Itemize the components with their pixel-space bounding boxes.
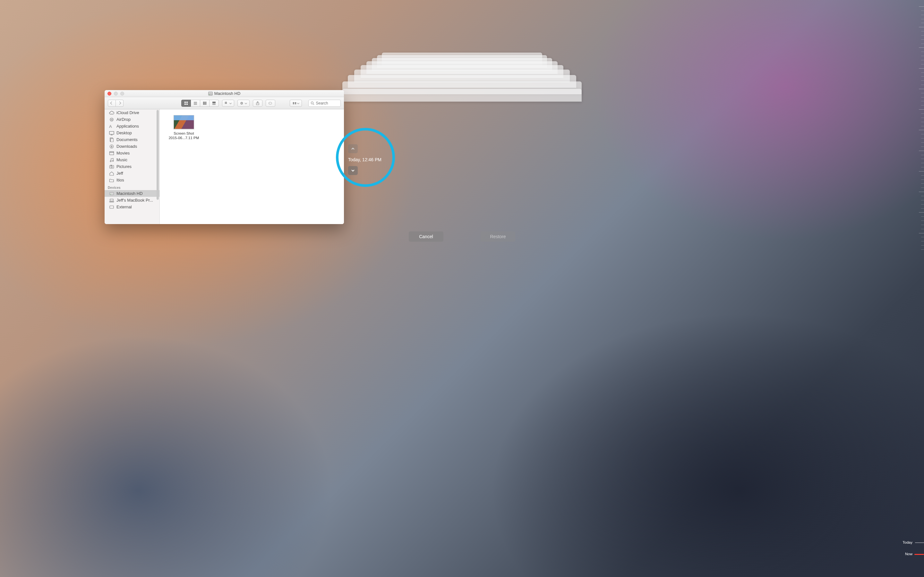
svg-text:A: A	[109, 124, 112, 129]
sidebar-item-airdrop[interactable]: AirDrop	[105, 116, 160, 123]
sidebar-item-movies[interactable]: Movies	[105, 150, 160, 156]
sidebar-item-label: iCloud Drive	[116, 110, 139, 115]
close-button[interactable]	[107, 92, 111, 95]
laptop-icon	[109, 198, 114, 203]
svg-rect-43	[110, 192, 113, 195]
zoom-button[interactable]	[120, 92, 124, 95]
apps-icon: A	[109, 124, 114, 129]
svg-rect-30	[111, 139, 113, 142]
share-button[interactable]	[253, 100, 262, 107]
svg-point-24	[110, 118, 113, 121]
sidebar-item-music[interactable]: Music	[105, 156, 160, 163]
action-button[interactable]	[237, 100, 250, 107]
svg-rect-0	[184, 102, 186, 103]
search-field[interactable]	[309, 100, 341, 107]
timeline-now-label: Now	[905, 552, 913, 556]
svg-rect-1	[186, 102, 188, 103]
svg-rect-8	[204, 102, 205, 105]
list-view-button[interactable]	[191, 100, 200, 107]
svg-point-41	[111, 166, 113, 168]
svg-rect-5	[194, 103, 197, 103]
desktop-icon	[109, 131, 114, 135]
sidebar-item-label: Documents	[116, 137, 137, 142]
nav-buttons	[108, 100, 124, 107]
dropbox-button[interactable]	[290, 100, 302, 107]
svg-rect-13	[225, 102, 226, 103]
window-title-text: Macintosh HD	[214, 91, 241, 96]
sidebar-item-macbook[interactable]: Jeff's MacBook Pr...	[105, 197, 160, 203]
sidebar-section-devices: Devices	[105, 183, 160, 190]
music-icon	[109, 158, 114, 162]
search-input[interactable]	[316, 101, 338, 105]
file-thumbnail	[174, 115, 194, 129]
sidebar-item-label: Jeff	[116, 171, 123, 176]
cancel-button[interactable]: Cancel	[409, 231, 443, 242]
coverflow-view-button[interactable]	[210, 100, 219, 107]
timeline-ruler[interactable]: Today Now	[913, 6, 924, 572]
svg-point-22	[311, 102, 313, 104]
sidebar-item-label: Jeff's MacBook Pr...	[116, 198, 153, 203]
timeline-current-label: Today, 12:46 PM	[348, 156, 381, 163]
sidebar-item-icloud[interactable]: iCloud Drive	[105, 109, 160, 116]
sidebar-item-downloads[interactable]: Downloads	[105, 143, 160, 150]
back-button[interactable]	[108, 100, 116, 107]
movies-icon	[109, 151, 114, 155]
sidebar-item-label: Movies	[116, 151, 129, 155]
svg-rect-46	[110, 206, 113, 208]
svg-point-38	[110, 161, 111, 162]
svg-rect-2	[184, 103, 186, 105]
sidebar-item-label: Applications	[116, 124, 139, 129]
svg-point-18	[241, 103, 242, 103]
svg-point-25	[111, 119, 112, 120]
svg-rect-6	[194, 104, 197, 105]
toolbar	[105, 97, 344, 109]
sidebar-item-desktop[interactable]: Desktop	[105, 129, 160, 136]
sidebar-item-jeff[interactable]: Jeff	[105, 170, 160, 177]
sidebar-item-label: AirDrop	[116, 117, 131, 122]
svg-rect-9	[206, 102, 207, 105]
pictures-icon	[109, 164, 114, 169]
hd-icon	[109, 191, 114, 196]
sidebar-item-label: Itios	[116, 177, 124, 182]
sidebar-item-apps[interactable]: AApplications	[105, 123, 160, 129]
hd-ext-icon	[109, 205, 114, 210]
svg-line-23	[313, 104, 314, 105]
sidebar-item-label: Pictures	[116, 164, 132, 169]
svg-rect-16	[226, 103, 227, 104]
home-icon	[109, 171, 114, 176]
column-view-button[interactable]	[200, 100, 210, 107]
file-item[interactable]: Screen Shot 2015-06...7.11 PM	[166, 115, 202, 140]
forward-button[interactable]	[116, 100, 124, 107]
sidebar-item-pictures[interactable]: Pictures	[105, 163, 160, 170]
svg-rect-3	[186, 103, 188, 105]
sidebar-item-itios[interactable]: Itios	[105, 177, 160, 183]
svg-rect-4	[194, 102, 197, 103]
sidebar-item-macintosh-hd[interactable]: Macintosh HD	[105, 190, 160, 197]
sidebar: iCloud DriveAirDropAApplicationsDesktopD…	[105, 109, 160, 224]
search-icon	[310, 101, 314, 105]
timeline-newer-button[interactable]	[348, 166, 358, 175]
icon-view-button[interactable]	[181, 100, 191, 107]
traffic-lights	[107, 92, 124, 95]
arrange-button[interactable]	[222, 100, 234, 107]
downloads-icon	[109, 144, 114, 149]
minimize-button[interactable]	[114, 92, 118, 95]
svg-rect-20	[268, 102, 272, 104]
sidebar-item-documents[interactable]: Documents	[105, 136, 160, 143]
svg-rect-11	[212, 103, 216, 104]
timeline-older-button[interactable]	[348, 144, 358, 153]
titlebar: Macintosh HD	[105, 90, 344, 97]
sidebar-scrollbar[interactable]	[157, 110, 159, 200]
hd-disk-icon	[208, 92, 213, 95]
timeline-now-marker	[914, 554, 924, 555]
documents-icon	[109, 137, 114, 142]
sidebar-item-external[interactable]: External	[105, 203, 160, 210]
restore-button[interactable]: Restore	[481, 231, 515, 242]
svg-rect-10	[212, 102, 216, 103]
svg-point-44	[110, 194, 111, 195]
file-name: Screen Shot 2015-06...7.11 PM	[165, 131, 203, 140]
content-area[interactable]: Screen Shot 2015-06...7.11 PM	[160, 109, 344, 224]
timeline-today-label: Today	[903, 540, 913, 544]
tags-button[interactable]	[266, 100, 275, 107]
folder-icon	[109, 178, 114, 182]
